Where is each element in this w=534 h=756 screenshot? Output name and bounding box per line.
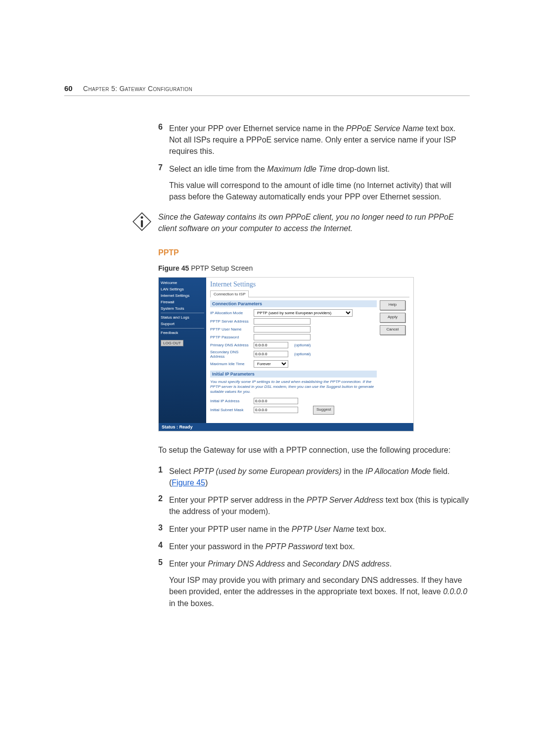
- step-number: 4: [158, 541, 169, 552]
- tab-connection[interactable]: Connection to ISP: [210, 290, 249, 297]
- input-secondary-dns[interactable]: [254, 351, 288, 357]
- section-heading-pptp: PPTP: [158, 248, 470, 257]
- input-initial-ip[interactable]: [254, 398, 298, 404]
- text: Your ISP may provide you with primary an…: [169, 576, 462, 596]
- figure-link[interactable]: Figure 45: [172, 478, 205, 487]
- svg-rect-2: [141, 220, 143, 228]
- logout-button[interactable]: LOG OUT: [161, 340, 183, 346]
- step-number: 2: [158, 494, 169, 517]
- ip-note: You must specify some IP settings to be …: [210, 379, 377, 395]
- step-body: Enter your PPTP server address in the PP…: [169, 494, 470, 517]
- svg-point-1: [140, 216, 143, 219]
- sidebar-item-firewall[interactable]: Firewall: [161, 300, 204, 304]
- optional-hint: (optional): [294, 343, 311, 347]
- text: in the boxes.: [169, 599, 214, 608]
- step-3: 3 Enter your PPTP user name in the PPTP …: [158, 523, 470, 535]
- intro-paragraph: To setup the Gateway for use with a PPTP…: [158, 444, 470, 456]
- screenshot-pptp-setup: Welcome LAN Settings Internet Settings F…: [158, 277, 414, 431]
- select-ip-allocation[interactable]: PPTP (used by some European providers): [254, 309, 353, 317]
- ui-term: PPTP Password: [266, 542, 323, 551]
- cancel-button[interactable]: Cancel: [380, 325, 405, 335]
- sidebar: Welcome LAN Settings Internet Settings F…: [159, 278, 206, 423]
- step-number: 5: [158, 558, 169, 609]
- select-max-idle[interactable]: Forever: [254, 360, 288, 368]
- ui-term: Maximum Idle Time: [267, 165, 336, 173]
- ui-term: IP Allocation Mode: [365, 467, 431, 475]
- sidebar-item-system[interactable]: System Tools: [161, 306, 204, 311]
- note-text: Since the Gateway contains its own PPPoE…: [158, 211, 470, 234]
- text: drop-down list.: [336, 165, 390, 173]
- step-body: Enter your PPP over Ethernet service nam…: [169, 123, 470, 157]
- info-icon: [64, 211, 158, 234]
- sidebar-item-status[interactable]: Status and Logs: [161, 315, 204, 320]
- step-number: 6: [158, 123, 169, 157]
- sidebar-item-internet[interactable]: Internet Settings: [161, 293, 204, 298]
- label-pptp-password: PPTP Password: [210, 335, 254, 339]
- figure-caption: Figure 45 PPTP Setup Screen: [158, 264, 470, 272]
- step-body: Enter your PPTP user name in the PPTP Us…: [169, 523, 386, 535]
- ui-term: Secondary DNS address: [303, 560, 390, 568]
- text: text box.: [354, 525, 386, 533]
- label-pptp-server: PPTP Server Address: [210, 319, 254, 324]
- text: text box.: [323, 542, 355, 551]
- label-ip-allocation: IP Allocation Mode: [210, 311, 254, 315]
- text: Enter your password in the: [169, 542, 266, 551]
- label-primary-dns: Primary DNS Address: [210, 343, 254, 347]
- sidebar-item-welcome[interactable]: Welcome: [161, 281, 204, 285]
- panel-initial-ip: Initial IP Parameters: [210, 371, 377, 378]
- suggest-button[interactable]: Suggest: [313, 406, 334, 415]
- figure-number: Figure 45: [158, 264, 189, 272]
- note: Since the Gateway contains its own PPPoE…: [158, 211, 470, 234]
- paragraph: This value will correspond to the amount…: [169, 180, 470, 202]
- ui-term: PPPoE Service Name: [346, 124, 424, 133]
- text: ): [205, 478, 208, 487]
- help-button[interactable]: Help: [380, 300, 405, 310]
- step-body: Select PPTP (used by some European provi…: [169, 466, 470, 488]
- input-pptp-server[interactable]: [254, 318, 311, 325]
- input-pptp-user[interactable]: [254, 326, 311, 332]
- label-initial-subnet: Initial Subnet Mask: [210, 408, 254, 412]
- input-pptp-password[interactable]: [254, 334, 311, 340]
- step-number: 3: [158, 523, 169, 535]
- sidebar-item-feedback[interactable]: Feedback: [161, 331, 204, 335]
- label-secondary-dns: Secondary DNS Address: [210, 350, 254, 359]
- step-7: 7 Select an idle time from the Maximum I…: [158, 163, 470, 203]
- step-body: Select an idle time from the Maximum Idl…: [169, 163, 470, 203]
- step-body: Enter your password in the PPTP Password…: [169, 541, 355, 552]
- step-number: 1: [158, 466, 169, 488]
- text: .: [390, 560, 392, 568]
- apply-button[interactable]: Apply: [380, 313, 405, 323]
- text: Select: [169, 467, 193, 475]
- figure-title: PPTP Setup Screen: [189, 264, 253, 272]
- text: Enter your PPP over Ethernet service nam…: [169, 124, 346, 133]
- page-title: Internet Settings: [210, 281, 409, 288]
- panel-connection-parameters: Connection Parameters: [210, 300, 377, 307]
- text: Enter your PPTP server address in the: [169, 496, 307, 504]
- optional-hint: (optional): [294, 352, 311, 356]
- input-initial-subnet[interactable]: [254, 407, 298, 413]
- step-number: 7: [158, 163, 169, 203]
- step-1: 1 Select PPTP (used by some European pro…: [158, 466, 470, 488]
- ui-term: PPTP (used by some European providers): [193, 467, 342, 475]
- step-6: 6 Enter your PPP over Ethernet service n…: [158, 123, 470, 157]
- text: in the: [342, 467, 365, 475]
- step-4: 4 Enter your password in the PPTP Passwo…: [158, 541, 470, 552]
- step-2: 2 Enter your PPTP server address in the …: [158, 494, 470, 517]
- ui-term: 0.0.0.0: [443, 587, 467, 596]
- sidebar-item-support[interactable]: Support: [161, 322, 204, 326]
- input-primary-dns[interactable]: [254, 342, 288, 348]
- ui-term: PPTP Server Address: [307, 496, 383, 504]
- text: Enter your: [169, 560, 208, 568]
- page-header: 60 Chapter 5: Gateway Configuration: [64, 84, 470, 96]
- text: Enter your PPTP user name in the: [169, 525, 292, 533]
- ui-term: Primary DNS Address: [208, 560, 285, 568]
- page-number: 60: [64, 84, 75, 93]
- chapter-title: Chapter 5: Gateway Configuration: [83, 85, 192, 93]
- label-initial-ip: Initial IP Address: [210, 399, 254, 403]
- main-panel: Internet Settings Connection to ISP Conn…: [206, 278, 413, 423]
- sidebar-item-lan[interactable]: LAN Settings: [161, 287, 204, 291]
- step-body: Enter your Primary DNS Address and Secon…: [169, 558, 470, 609]
- text: and: [285, 560, 303, 568]
- status-bar: Status : Ready: [159, 423, 413, 431]
- ui-term: PPTP User Name: [292, 525, 355, 533]
